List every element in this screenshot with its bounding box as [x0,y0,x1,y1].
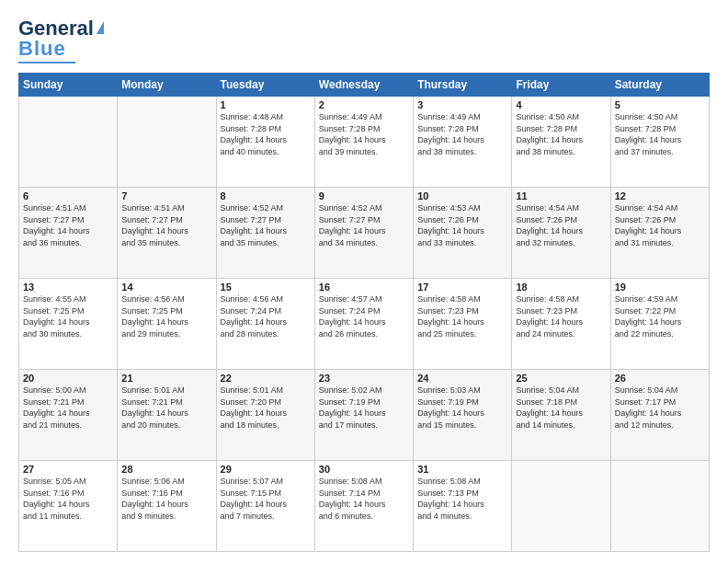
day-info: Sunrise: 4:49 AM Sunset: 7:28 PM Dayligh… [319,111,409,157]
calendar-cell: 7Sunrise: 4:51 AM Sunset: 7:27 PM Daylig… [118,188,216,279]
day-info: Sunrise: 4:49 AM Sunset: 7:28 PM Dayligh… [417,111,507,157]
calendar-cell: 2Sunrise: 4:49 AM Sunset: 7:28 PM Daylig… [314,97,413,188]
week-row-5: 27Sunrise: 5:05 AM Sunset: 7:16 PM Dayli… [19,461,710,552]
day-number: 25 [516,373,606,384]
day-info: Sunrise: 5:03 AM Sunset: 7:19 PM Dayligh… [417,385,507,431]
day-info: Sunrise: 5:04 AM Sunset: 7:17 PM Dayligh… [615,385,705,431]
day-info: Sunrise: 4:54 AM Sunset: 7:26 PM Dayligh… [516,202,606,248]
header: General Blue [18,17,710,63]
calendar-cell: 23Sunrise: 5:02 AM Sunset: 7:19 PM Dayli… [314,370,413,461]
weekday-header-wednesday: Wednesday [314,74,413,97]
day-number: 24 [417,373,507,384]
day-info: Sunrise: 4:56 AM Sunset: 7:24 PM Dayligh… [221,293,311,339]
day-number: 8 [221,190,311,201]
day-number: 6 [23,190,113,201]
calendar-cell: 18Sunrise: 4:58 AM Sunset: 7:23 PM Dayli… [512,279,610,370]
logo-underline [18,62,75,63]
calendar-cell: 12Sunrise: 4:54 AM Sunset: 7:26 PM Dayli… [610,188,709,279]
calendar-cell: 4Sunrise: 4:50 AM Sunset: 7:28 PM Daylig… [512,97,610,188]
calendar-cell: 16Sunrise: 4:57 AM Sunset: 7:24 PM Dayli… [314,279,413,370]
day-number: 9 [319,190,409,201]
day-info: Sunrise: 4:54 AM Sunset: 7:26 PM Dayligh… [615,202,705,248]
day-info: Sunrise: 5:01 AM Sunset: 7:20 PM Dayligh… [221,385,311,431]
day-number: 28 [121,464,211,475]
calendar-cell: 20Sunrise: 5:00 AM Sunset: 7:21 PM Dayli… [19,370,118,461]
day-info: Sunrise: 5:07 AM Sunset: 7:15 PM Dayligh… [221,476,311,522]
day-info: Sunrise: 4:59 AM Sunset: 7:22 PM Dayligh… [615,293,705,339]
day-number: 31 [417,464,507,475]
day-number: 17 [417,282,507,293]
day-info: Sunrise: 4:51 AM Sunset: 7:27 PM Dayligh… [23,202,113,248]
day-number: 4 [516,99,606,110]
day-info: Sunrise: 4:53 AM Sunset: 7:26 PM Dayligh… [417,202,507,248]
calendar-cell: 24Sunrise: 5:03 AM Sunset: 7:19 PM Dayli… [414,370,512,461]
calendar-cell: 6Sunrise: 4:51 AM Sunset: 7:27 PM Daylig… [19,188,118,279]
calendar-cell: 25Sunrise: 5:04 AM Sunset: 7:18 PM Dayli… [512,370,610,461]
day-info: Sunrise: 4:51 AM Sunset: 7:27 PM Dayligh… [121,202,211,248]
logo-blue: Blue [18,37,66,61]
day-number: 21 [121,373,211,384]
calendar-cell: 10Sunrise: 4:53 AM Sunset: 7:26 PM Dayli… [414,188,512,279]
calendar-cell: 19Sunrise: 4:59 AM Sunset: 7:22 PM Dayli… [610,279,709,370]
day-number: 7 [121,190,211,201]
day-number: 16 [319,282,409,293]
weekday-header-saturday: Saturday [610,74,709,97]
calendar-cell [512,461,610,552]
day-number: 30 [319,464,409,475]
weekday-header-monday: Monday [118,74,216,97]
day-number: 12 [615,190,705,201]
calendar-cell: 13Sunrise: 4:55 AM Sunset: 7:25 PM Dayli… [19,279,118,370]
day-info: Sunrise: 4:52 AM Sunset: 7:27 PM Dayligh… [221,202,311,248]
calendar-cell [610,461,709,552]
day-info: Sunrise: 4:56 AM Sunset: 7:25 PM Dayligh… [121,293,211,339]
day-info: Sunrise: 5:08 AM Sunset: 7:13 PM Dayligh… [417,476,507,522]
day-number: 20 [23,373,113,384]
day-info: Sunrise: 4:48 AM Sunset: 7:28 PM Dayligh… [221,111,311,157]
day-info: Sunrise: 4:52 AM Sunset: 7:27 PM Dayligh… [319,202,409,248]
day-number: 15 [221,282,311,293]
day-number: 3 [417,99,507,110]
day-number: 14 [121,282,211,293]
day-number: 19 [615,282,705,293]
week-row-2: 6Sunrise: 4:51 AM Sunset: 7:27 PM Daylig… [19,188,710,279]
day-info: Sunrise: 5:04 AM Sunset: 7:18 PM Dayligh… [516,385,606,431]
day-number: 11 [516,190,606,201]
day-number: 26 [615,373,705,384]
day-info: Sunrise: 4:58 AM Sunset: 7:23 PM Dayligh… [417,293,507,339]
day-info: Sunrise: 4:58 AM Sunset: 7:23 PM Dayligh… [516,293,606,339]
day-info: Sunrise: 4:50 AM Sunset: 7:28 PM Dayligh… [615,111,705,157]
logo: General Blue [18,17,104,63]
calendar-cell: 31Sunrise: 5:08 AM Sunset: 7:13 PM Dayli… [414,461,512,552]
day-number: 10 [417,190,507,201]
week-row-4: 20Sunrise: 5:00 AM Sunset: 7:21 PM Dayli… [19,370,710,461]
weekday-header-sunday: Sunday [19,74,118,97]
day-info: Sunrise: 4:57 AM Sunset: 7:24 PM Dayligh… [319,293,409,339]
calendar-cell: 1Sunrise: 4:48 AM Sunset: 7:28 PM Daylig… [216,97,314,188]
calendar-cell: 26Sunrise: 5:04 AM Sunset: 7:17 PM Dayli… [610,370,709,461]
day-number: 27 [23,464,113,475]
day-number: 1 [221,99,311,110]
calendar-cell: 29Sunrise: 5:07 AM Sunset: 7:15 PM Dayli… [216,461,314,552]
day-number: 29 [221,464,311,475]
day-number: 18 [516,282,606,293]
day-info: Sunrise: 5:02 AM Sunset: 7:19 PM Dayligh… [319,385,409,431]
day-info: Sunrise: 5:01 AM Sunset: 7:21 PM Dayligh… [121,385,211,431]
calendar-cell: 3Sunrise: 4:49 AM Sunset: 7:28 PM Daylig… [414,97,512,188]
logo-triangle-icon [97,21,104,34]
calendar-cell: 22Sunrise: 5:01 AM Sunset: 7:20 PM Dayli… [216,370,314,461]
day-number: 23 [319,373,409,384]
day-info: Sunrise: 5:00 AM Sunset: 7:21 PM Dayligh… [23,385,113,431]
calendar-cell: 11Sunrise: 4:54 AM Sunset: 7:26 PM Dayli… [512,188,610,279]
day-info: Sunrise: 5:06 AM Sunset: 7:16 PM Dayligh… [121,476,211,522]
calendar-cell: 9Sunrise: 4:52 AM Sunset: 7:27 PM Daylig… [314,188,413,279]
day-number: 5 [615,99,705,110]
weekday-header-tuesday: Tuesday [216,74,314,97]
weekday-header-thursday: Thursday [414,74,512,97]
calendar-cell: 30Sunrise: 5:08 AM Sunset: 7:14 PM Dayli… [314,461,413,552]
weekday-header-row: SundayMondayTuesdayWednesdayThursdayFrid… [19,74,710,97]
week-row-3: 13Sunrise: 4:55 AM Sunset: 7:25 PM Dayli… [19,279,710,370]
calendar-cell: 17Sunrise: 4:58 AM Sunset: 7:23 PM Dayli… [414,279,512,370]
week-row-1: 1Sunrise: 4:48 AM Sunset: 7:28 PM Daylig… [19,97,710,188]
calendar-cell: 8Sunrise: 4:52 AM Sunset: 7:27 PM Daylig… [216,188,314,279]
calendar-cell: 21Sunrise: 5:01 AM Sunset: 7:21 PM Dayli… [118,370,216,461]
